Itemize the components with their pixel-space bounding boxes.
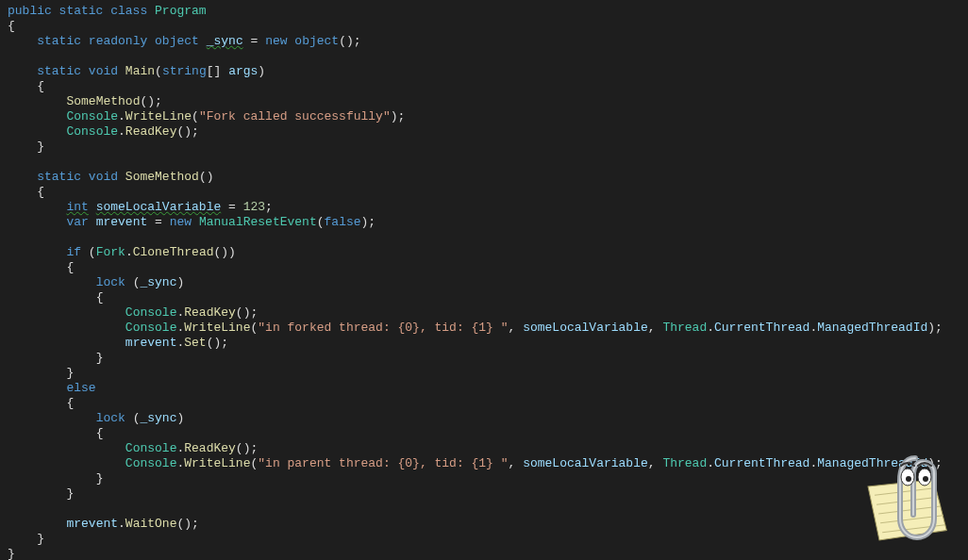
paren: (	[89, 245, 96, 259]
console-type: Console	[125, 456, 177, 470]
paren: (	[317, 215, 325, 229]
set-fn: Set	[184, 336, 206, 350]
currentthread-prop: CurrentThread	[714, 321, 809, 335]
class-name: Program	[155, 4, 207, 18]
readkey-fn: ReadKey	[184, 305, 236, 320]
eq: =	[155, 215, 162, 229]
paren: );	[391, 109, 406, 124]
int-kw: int	[66, 200, 88, 214]
mrevent-ref: mrevent	[125, 336, 177, 350]
paren: ();	[236, 441, 258, 455]
paren: ();	[140, 94, 161, 108]
console-type: Console	[66, 109, 118, 124]
sync-mods: static readonly object	[37, 34, 199, 48]
paren: );	[927, 321, 943, 335]
brace: }	[96, 351, 104, 365]
console-type: Console	[66, 124, 118, 139]
var-kw: var	[66, 215, 88, 229]
console-type: Console	[125, 441, 177, 455]
if-kw: if	[66, 245, 81, 259]
fork-type: Fork	[96, 245, 125, 259]
paren: )	[176, 411, 184, 425]
currentthread-prop: CurrentThread	[714, 456, 809, 470]
svg-point-8	[906, 476, 911, 482]
str-parent: "in parent thread: {0}, tid: {1} "	[258, 456, 508, 470]
console-type: Console	[125, 305, 177, 320]
paren: );	[361, 215, 376, 229]
clippy-icon	[849, 451, 962, 554]
readkey-fn: ReadKey	[125, 124, 177, 139]
sync-ref: _sync	[140, 411, 176, 425]
paren: (	[155, 64, 162, 78]
brace: }	[66, 366, 74, 380]
paren: ();	[207, 336, 228, 350]
waitone-fn: WaitOne	[125, 517, 177, 531]
console-type: Console	[125, 321, 177, 335]
paren: ()	[199, 170, 214, 184]
mrevent-var: mrevent	[96, 215, 148, 229]
lock-kw: lock	[96, 275, 125, 289]
comma: ,	[509, 321, 524, 335]
sync-new: new object	[265, 34, 339, 48]
paren: )	[176, 275, 184, 289]
paren: ();	[176, 124, 198, 139]
eq: =	[251, 34, 259, 48]
paren: ();	[176, 517, 198, 531]
brace: }	[96, 471, 104, 486]
sm-decl: static void	[37, 170, 118, 184]
brace: {	[8, 19, 15, 33]
clonethread-fn: CloneThread	[133, 245, 214, 259]
comma: ,	[648, 456, 663, 470]
local-ref: someLocalVariable	[523, 321, 648, 335]
eq: =	[228, 200, 236, 214]
comma: ,	[648, 321, 663, 335]
brace: }	[37, 140, 44, 154]
brace: }	[37, 532, 44, 546]
str-forked: "in forked thread: {0}, tid: {1} "	[258, 321, 508, 335]
new-kw: new	[170, 215, 192, 229]
paren: ();	[339, 34, 360, 48]
brackets: []	[207, 64, 222, 78]
main-fn: Main	[125, 64, 155, 78]
office-assistant-clippy[interactable]	[849, 451, 962, 554]
managedtid-prop: ManagedThreadId	[817, 321, 927, 335]
thread-type: Thread	[662, 456, 707, 470]
paren: (	[192, 109, 199, 124]
svg-point-9	[923, 476, 928, 482]
kw-public: public static class	[8, 4, 147, 18]
call-somemethod: SomeMethod	[66, 94, 140, 108]
brace: {	[96, 426, 104, 440]
thread-type: Thread	[662, 321, 707, 335]
paren: ())	[214, 245, 236, 259]
mrevent-ref: mrevent	[66, 517, 118, 531]
local-var: someLocalVariable	[96, 200, 222, 214]
comma: ,	[509, 456, 524, 470]
main-decl: static void	[37, 64, 118, 78]
local-val: 123	[243, 200, 265, 214]
writeline-fn: WriteLine	[184, 321, 250, 335]
sync-field: _sync	[207, 34, 243, 48]
dot: .	[125, 245, 133, 259]
writeline-fn: WriteLine	[125, 109, 192, 124]
brace: {	[66, 396, 74, 410]
dot: .	[707, 321, 714, 335]
dot: .	[118, 517, 125, 531]
readkey-fn: ReadKey	[184, 441, 236, 455]
paren: ();	[236, 305, 258, 320]
sm-fn: SomeMethod	[125, 170, 199, 184]
lock-kw: lock	[96, 411, 125, 425]
brace: }	[8, 547, 15, 560]
else-kw: else	[66, 381, 95, 395]
brace: {	[37, 185, 44, 199]
dot: .	[118, 124, 125, 139]
dot: .	[118, 109, 125, 124]
mre-type: ManualResetEvent	[199, 215, 317, 229]
brace: {	[96, 290, 104, 305]
paren: )	[258, 64, 265, 78]
brace: }	[66, 486, 74, 501]
false-kw: false	[325, 215, 361, 229]
sync-ref: _sync	[140, 275, 176, 289]
semi: ;	[265, 200, 273, 214]
code-editor[interactable]: public static class Program { static rea…	[8, 4, 960, 560]
brace: {	[66, 260, 74, 274]
